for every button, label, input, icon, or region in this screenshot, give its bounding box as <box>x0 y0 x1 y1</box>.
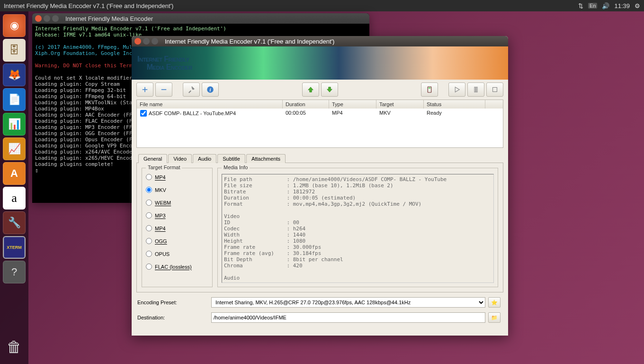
row-checkbox[interactable] <box>140 110 147 117</box>
tab-subtitle[interactable]: Subtitle <box>217 154 245 163</box>
ifme-titlebar[interactable]: Internet Friendly Media Encoder v7.1 ('F… <box>132 36 508 46</box>
col-target[interactable]: Target <box>376 100 424 109</box>
options-button[interactable] <box>183 82 200 97</box>
browse-destination-button[interactable]: 📁 <box>488 312 501 323</box>
tab-general[interactable]: General <box>138 154 167 163</box>
terminal-titlebar[interactable]: Internet Friendly Media Encoder <box>32 13 369 24</box>
launcher-firefox-icon[interactable]: 🦊 <box>3 64 26 86</box>
tab-bar: General Video Audio Subtitle Attachments <box>136 154 503 163</box>
remove-file-button[interactable] <box>155 82 172 97</box>
radio-mp3[interactable] <box>146 212 152 218</box>
active-window-title: Internet Friendly Media Encoder v7.1 ('F… <box>4 2 173 9</box>
row-target: MKV <box>376 109 424 117</box>
terminal-title: Internet Friendly Media Encoder <box>65 15 153 22</box>
add-file-button[interactable] <box>136 82 153 97</box>
svg-rect-4 <box>493 88 497 92</box>
tab-audio[interactable]: Audio <box>193 154 216 163</box>
svg-rect-3 <box>429 88 431 89</box>
ifme-window: Internet Friendly Media Encoder v7.1 ('F… <box>132 36 508 336</box>
launcher-writer-icon[interactable]: 📄 <box>3 88 26 111</box>
settings-gear-icon[interactable]: ⚙ <box>635 2 640 9</box>
ifme-banner: Internet Friendly Media Encoder <box>132 46 508 80</box>
bottom-controls: Encoding Preset: Internet Sharing, MKV, … <box>132 292 508 328</box>
radio-mp4a[interactable] <box>146 225 152 231</box>
radio-opus[interactable] <box>146 251 152 257</box>
info-button[interactable]: i <box>202 82 219 97</box>
media-info-text[interactable]: File path : /home/anime4000/Videos/ASDF … <box>222 174 494 283</box>
tab-video[interactable]: Video <box>168 154 192 163</box>
media-info-group: Media Info File path : /home/anime4000/V… <box>217 168 498 287</box>
launcher-files-icon[interactable]: 🗄 <box>3 39 26 62</box>
row-filename: ASDF COMP- BALLZ - YouTube.MP4 <box>149 110 236 116</box>
table-row[interactable]: ASDF COMP- BALLZ - YouTube.MP4 00:00:05 … <box>137 109 503 118</box>
close-icon[interactable] <box>134 38 141 45</box>
file-list[interactable]: File name Duration Type Target Status AS… <box>136 100 503 148</box>
tab-panel-general: Target Format MP4 MKV WEBM MP3 MP4 OGG O… <box>136 163 503 292</box>
target-format-group: Target Format MP4 MKV WEBM MP3 MP4 OGG O… <box>142 168 213 287</box>
toolbar: i <box>132 80 508 100</box>
start-button[interactable] <box>448 82 465 97</box>
preset-label: Encoding Preset: <box>137 300 208 305</box>
launcher-trash-icon[interactable]: 🗑 <box>3 336 26 358</box>
keyboard-lang-indicator[interactable]: En <box>588 3 597 9</box>
tab-attachments[interactable]: Attachments <box>246 154 286 163</box>
destination-input[interactable] <box>211 312 485 323</box>
launcher-settings-icon[interactable]: 🔧 <box>3 211 26 234</box>
launcher-software-icon[interactable]: A <box>3 162 26 185</box>
col-type[interactable]: Type <box>329 100 376 109</box>
ifme-logo: Internet Friendly Media Encoder <box>137 55 192 71</box>
col-status[interactable]: Status <box>424 100 485 109</box>
launcher-impress-icon[interactable]: 📈 <box>3 137 26 160</box>
launcher-calc-icon[interactable]: 📊 <box>3 113 26 136</box>
svg-text:i: i <box>210 87 211 92</box>
col-filename[interactable]: File name <box>137 100 283 109</box>
launcher-amazon-icon[interactable]: a <box>3 187 26 209</box>
minimize-icon[interactable] <box>143 38 150 45</box>
volume-icon[interactable]: 🔊 <box>602 2 609 9</box>
row-status: Ready <box>424 109 485 117</box>
maximize-icon[interactable] <box>52 15 59 22</box>
minimize-icon[interactable] <box>44 15 50 22</box>
launcher-dash-icon[interactable]: ◉ <box>3 14 26 37</box>
unity-launcher: ◉ 🗄 🦊 📄 📊 📈 A a 🔧 XTERM ? 🗑 <box>0 11 28 364</box>
preset-favorite-button[interactable]: ⭐ <box>488 297 501 308</box>
radio-flac[interactable] <box>146 264 152 270</box>
destination-label: Destination: <box>137 315 208 320</box>
file-list-header: File name Duration Type Target Status <box>137 100 503 109</box>
maximize-icon[interactable] <box>152 38 158 45</box>
system-tray: ⇅ En 🔊 11:39 ⚙ <box>578 2 640 9</box>
target-format-legend: Target Format <box>146 164 182 170</box>
preset-select[interactable]: Internet Sharing, MKV, H.265@CRF 27.0 72… <box>211 297 485 308</box>
row-duration: 00:00:05 <box>283 109 329 117</box>
move-down-button[interactable] <box>321 82 338 97</box>
launcher-xterm-icon[interactable]: XTERM <box>3 236 26 259</box>
launcher-help-icon[interactable]: ? <box>3 261 26 283</box>
stop-button[interactable] <box>486 82 503 97</box>
network-icon[interactable]: ⇅ <box>578 2 583 9</box>
ifme-title: Internet Friendly Media Encoder v7.1 ('F… <box>165 38 334 45</box>
radio-mkv[interactable] <box>146 187 152 193</box>
col-duration[interactable]: Duration <box>283 100 329 109</box>
clock[interactable]: 11:39 <box>614 2 630 9</box>
top-panel: Internet Friendly Media Encoder v7.1 ('F… <box>0 0 644 11</box>
pause-button[interactable] <box>467 82 484 97</box>
radio-ogg[interactable] <box>146 238 152 244</box>
radio-webm[interactable] <box>146 200 152 206</box>
close-icon[interactable] <box>35 15 42 22</box>
row-type: MP4 <box>329 109 376 117</box>
media-info-legend: Media Info <box>222 164 250 170</box>
move-up-button[interactable] <box>302 82 319 97</box>
donate-button[interactable] <box>421 82 438 97</box>
radio-mp4[interactable] <box>146 174 152 180</box>
